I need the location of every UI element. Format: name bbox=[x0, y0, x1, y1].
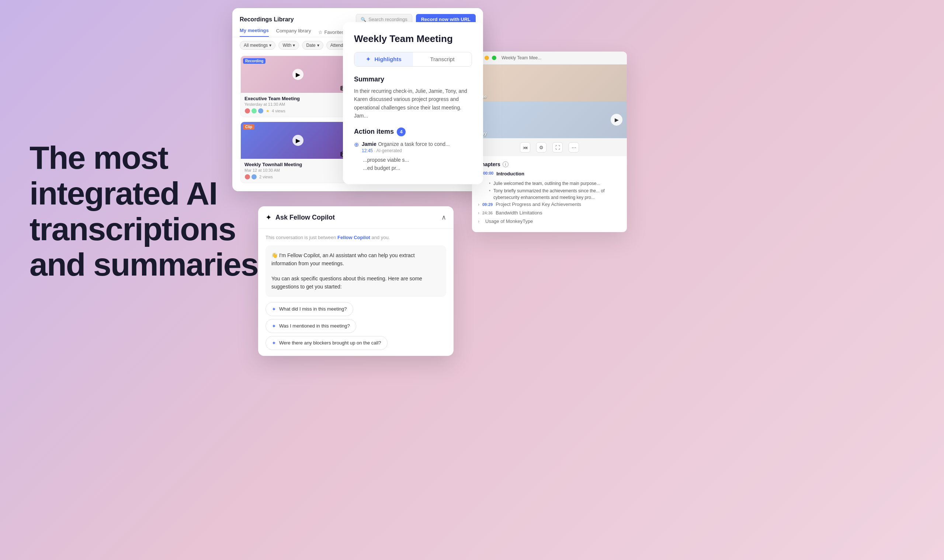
video-bottom-participant: Tony ▶ bbox=[472, 101, 627, 138]
add-icon: ⊕ bbox=[354, 141, 359, 148]
summary-text: In their recurring check-in, Julie, Jami… bbox=[354, 87, 472, 120]
hero-line4: and summaries bbox=[29, 246, 258, 283]
video-window-title: Weekly Team Mee... bbox=[501, 55, 541, 60]
chapter-expand-icon[interactable]: › bbox=[478, 202, 480, 207]
recording-meta: ★ 4 views bbox=[244, 108, 352, 114]
chip-icon: ✦ bbox=[272, 306, 276, 312]
chapter-time: 24:36 bbox=[482, 211, 493, 215]
chevron-icon2: ▾ bbox=[293, 43, 295, 48]
action-items-title: Action items bbox=[354, 128, 394, 135]
video-feed: Julie Tony ▶ bbox=[472, 65, 627, 138]
filter-with[interactable]: With ▾ bbox=[278, 41, 299, 50]
recording-thumbnail: Recording ▶ 2 min bbox=[241, 56, 355, 93]
copilot-icon: ✦ bbox=[265, 213, 272, 222]
chapter-expand-icon[interactable]: › bbox=[478, 219, 480, 224]
recording-badge: Recording bbox=[243, 58, 265, 64]
tab-favorites[interactable]: ☆ Favorites bbox=[318, 29, 344, 35]
chapter-bullet: Julie welcomed the team, outlining the m… bbox=[489, 180, 621, 187]
copilot-message1: 👋 I'm Fellow Copilot, an AI assistant wh… bbox=[271, 251, 440, 268]
recording-meta: 2 views bbox=[244, 174, 352, 180]
recording-date: Yesterday at 11:30 AM bbox=[244, 102, 352, 106]
chapter-item: ▾ 00:00 Introduction Julie welcomed the … bbox=[478, 171, 621, 201]
search-icon: 🔍 bbox=[361, 17, 366, 22]
chapter-item: › Usage of MonkeyType bbox=[478, 218, 621, 224]
views-count: 2 views bbox=[259, 175, 273, 179]
copilot-header: ✦ Ask Fellow Copilot ∧ bbox=[258, 206, 453, 229]
chip-mentioned[interactable]: ✦ Was I mentioned in this meeting? bbox=[265, 319, 356, 333]
action-item-partial: ...propose viable s... bbox=[363, 157, 472, 163]
chip-missed[interactable]: ✦ What did I miss in this meeting? bbox=[265, 302, 353, 316]
chapter-item: › 09:29 Project Progress and Key Achieve… bbox=[478, 202, 621, 207]
tab-company-library[interactable]: Company library bbox=[276, 28, 311, 37]
recording-date: Mar 12 at 10:30 AM bbox=[244, 168, 352, 172]
copilot-body: This conversation is just between Fellow… bbox=[258, 229, 453, 356]
chip-icon: ✦ bbox=[272, 340, 276, 346]
chip-icon: ✦ bbox=[272, 323, 276, 329]
video-settings-button[interactable]: ⚙ bbox=[536, 142, 546, 152]
play-button[interactable]: ▶ bbox=[292, 135, 304, 146]
action-item-partial: ...ed budget pr... bbox=[363, 165, 472, 171]
highlights-icon: ✦ bbox=[366, 56, 370, 62]
hero-line1: The most bbox=[29, 139, 168, 176]
copilot-title: Ask Fellow Copilot bbox=[275, 214, 335, 222]
recording-thumbnail: Clip ▶ 2 min bbox=[241, 122, 355, 159]
recording-info: Weekly Townhall Meeting Mar 12 at 10:30 … bbox=[241, 159, 355, 183]
copilot-message2: You can ask specific questions about thi… bbox=[271, 274, 440, 291]
chapter-expand-icon[interactable]: › bbox=[478, 210, 480, 215]
filter-date[interactable]: Date ▾ bbox=[302, 41, 323, 50]
recording-name: Weekly Townhall Meeting bbox=[244, 162, 352, 167]
suggestion-chips: ✦ What did I miss in this meeting? ✦ Was… bbox=[265, 302, 446, 350]
recording-badge: Clip bbox=[243, 124, 255, 130]
play-icon[interactable]: ▶ bbox=[611, 114, 622, 126]
chevron-icon3: ▾ bbox=[317, 43, 319, 48]
more-options-button[interactable]: ⋯ bbox=[569, 142, 579, 152]
recording-info: Executive Team Meeting Yesterday at 11:3… bbox=[241, 93, 355, 117]
tab-transcript[interactable]: Transcript bbox=[413, 52, 472, 66]
chapter-name: Bandwidth Limitations bbox=[495, 210, 542, 215]
ai-badge: · AI-generated bbox=[374, 148, 401, 153]
fullscreen-button[interactable]: ⛶ bbox=[552, 142, 563, 152]
minimize-button[interactable] bbox=[484, 55, 489, 60]
tab-highlights[interactable]: ✦ Highlights bbox=[354, 52, 413, 66]
skip-back-button[interactable]: ⏮ bbox=[520, 142, 530, 152]
chip-blockers[interactable]: ✦ Were there any blockers brought up on … bbox=[265, 336, 387, 350]
play-button[interactable]: ▶ bbox=[292, 69, 304, 80]
search-placeholder: Search recordings bbox=[369, 17, 407, 22]
action-count-badge: 4 bbox=[397, 128, 406, 136]
chapter-bullet: Tony briefly summarized the achievements… bbox=[489, 188, 621, 201]
action-meta: 12:45 · AI-generated bbox=[362, 148, 450, 153]
info-icon: i bbox=[503, 162, 509, 167]
favorite-star: ★ bbox=[266, 109, 270, 114]
recording-card[interactable]: Recording ▶ 2 min Executive Team Meeting… bbox=[241, 55, 355, 117]
chapter-name: Usage of MonkeyType bbox=[485, 218, 533, 224]
chapter-name: Introduction bbox=[496, 171, 524, 177]
star-icon: ☆ bbox=[318, 29, 322, 35]
copilot-link[interactable]: Fellow Copilot bbox=[338, 235, 370, 240]
recordings-title: Recordings Library bbox=[240, 16, 294, 23]
chapter-time: 00:00 bbox=[483, 171, 494, 175]
action-description: Organize a task force to cond... bbox=[378, 141, 450, 147]
chevron-icon: ▾ bbox=[269, 43, 271, 48]
hero-line3: transcriptions bbox=[29, 211, 236, 247]
action-time: 12:45 bbox=[362, 148, 373, 153]
video-window: Weekly Team Mee... Julie Tony ▶ ⏮ ⚙ ⛶ ⋯ … bbox=[472, 52, 627, 232]
copilot-message-box: 👋 I'm Fellow Copilot, an AI assistant wh… bbox=[265, 245, 446, 297]
views-count: 4 views bbox=[272, 109, 285, 113]
chevron-down-icon[interactable]: ∧ bbox=[441, 213, 446, 222]
recording-card[interactable]: Clip ▶ 2 min Weekly Townhall Meeting Mar… bbox=[241, 122, 355, 183]
hero-line2: integrated AI bbox=[29, 175, 217, 211]
video-titlebar: Weekly Team Mee... bbox=[472, 52, 627, 65]
chapters-header: Chapters i bbox=[478, 162, 621, 167]
tab-my-meetings[interactable]: My meetings bbox=[240, 28, 269, 37]
action-assignee: Jamie bbox=[362, 141, 376, 147]
chapter-name: Project Progress and Key Achievements bbox=[495, 202, 581, 207]
panel-tabs: ✦ Highlights Transcript bbox=[354, 52, 472, 67]
recording-name: Executive Team Meeting bbox=[244, 96, 352, 101]
action-items-header: Action items 4 bbox=[354, 128, 472, 136]
chapter-bullets: Julie welcomed the team, outlining the m… bbox=[489, 180, 621, 201]
chapter-time: 09:29 bbox=[482, 202, 493, 207]
summary-section: Summary In their recurring check-in, Jul… bbox=[354, 75, 472, 120]
maximize-button[interactable] bbox=[492, 55, 496, 60]
copilot-panel: ✦ Ask Fellow Copilot ∧ This conversation… bbox=[258, 206, 453, 356]
filter-all-meetings[interactable]: All meetings ▾ bbox=[240, 41, 275, 50]
